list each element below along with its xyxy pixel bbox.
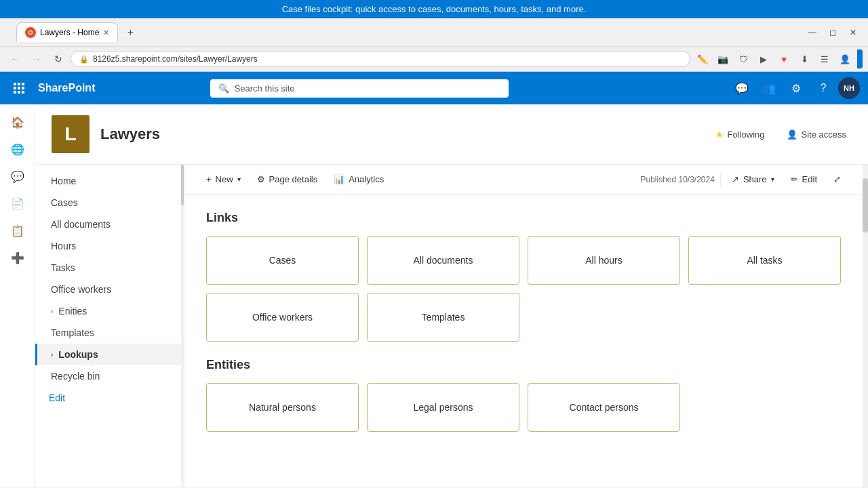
entity-card-contact-persons[interactable]: Contact persons [528,383,680,432]
document-rail-button[interactable]: 📄 [5,191,30,216]
nav-item-home[interactable]: Home [35,170,184,192]
browser-chrome: O Lawyers - Home ✕ + — ◻ ✕ ← → ↻ 🔒 8126z… [0,18,868,72]
nav-label-home: Home [51,176,76,186]
site-name: Lawyers [100,125,160,143]
header-actions: 💬 👥 ⚙ ? NH [730,76,860,100]
browser-tab[interactable]: O Lawyers - Home ✕ [16,22,118,42]
browser-titlebar: O Lawyers - Home ✕ + — ◻ ✕ [0,18,868,46]
svg-rect-0 [14,83,16,85]
entity-card-natural-persons[interactable]: Natural persons [206,383,359,432]
page-details-button[interactable]: ⚙ Page details [252,170,323,188]
nav-item-office-workers[interactable]: Office workers [35,279,184,300]
page-content: + New ▾ ⚙ Page details 📊 Analytics Publi… [184,165,863,487]
shield-icon[interactable]: 🛡 [734,49,753,68]
link-card-office-workers[interactable]: Office workers [206,293,359,342]
back-button[interactable]: ← [5,49,24,68]
new-button[interactable]: + New ▾ [201,170,246,188]
analytics-icon: 📊 [334,174,344,184]
search-placeholder: Search this site [235,83,295,94]
person-icon: 👤 [787,129,797,140]
chat-rail-button[interactable]: 💬 [5,164,30,188]
tab-title: Lawyers - Home [40,28,99,37]
entities-section: Entities Natural persons Legal persons C… [206,358,841,432]
nav-item-all-documents[interactable]: All documents [35,214,184,235]
screenshot-icon[interactable]: 📷 [713,49,732,68]
search-bar[interactable]: 🔍 Search this site [210,79,509,98]
link-card-all-documents[interactable]: All documents [367,236,519,285]
left-rail: 🏠 🌐 💬 📄 📋 ➕ [0,104,35,487]
address-bar[interactable]: 🔒 8126z5.sharepoint.com/sites/Lawyer/Law… [71,51,690,67]
entities-section-title: Entities [206,358,841,372]
share-header-button[interactable]: 👥 [757,76,781,100]
plus-icon: + [206,174,212,184]
link-label-all-documents: All documents [414,255,473,266]
edit-page-icon[interactable]: ✏️ [693,49,712,68]
right-scrollbar-thumb [863,178,868,232]
announcement-bar: Case files cockpit: quick access to case… [0,0,868,18]
waffle-icon[interactable] [8,77,30,99]
links-grid-row2: Office workers Templates [206,293,841,342]
following-button[interactable]: ★ Following [710,125,770,144]
download-icon[interactable]: ⬇ [795,49,814,68]
heart-icon[interactable]: ♥ [774,49,793,68]
share-icon: ↗ [732,174,739,184]
link-card-templates[interactable]: Templates [367,293,519,342]
nav-item-templates[interactable]: Templates [35,322,184,344]
share-button[interactable]: ↗ Share ▾ [726,170,780,188]
search-icon: 🔍 [218,83,229,94]
content-area: Home Cases All documents Hours Tasks Off… [35,165,868,487]
link-label-all-tasks: All tasks [747,255,782,266]
expand-button[interactable]: ⤢ [828,170,846,188]
nav-label-all-documents: All documents [51,219,111,230]
page-toolbar: + New ▾ ⚙ Page details 📊 Analytics Publi… [184,165,863,195]
chat-button[interactable]: 💬 [730,76,754,100]
analytics-button[interactable]: 📊 Analytics [328,170,389,188]
tab-close-icon[interactable]: ✕ [103,28,109,37]
edit-button[interactable]: ✏ Edit [785,170,823,188]
play-icon[interactable]: ▶ [754,49,773,68]
maximize-button[interactable]: ◻ [823,23,842,42]
settings-button[interactable]: ⚙ [784,76,808,100]
forward-button[interactable]: → [27,49,46,68]
expand-icon: ⤢ [833,174,841,184]
sidebar-nav: Home Cases All documents Hours Tasks Off… [35,165,184,487]
sharepoint-header: SharePoint 🔍 Search this site 💬 👥 ⚙ ? NH [0,72,868,104]
nav-item-edit[interactable]: Edit [35,387,184,409]
user-avatar[interactable]: NH [838,77,860,99]
nav-label-enities: Enities [58,306,87,317]
globe-rail-button[interactable]: 🌐 [5,137,30,161]
nav-item-tasks[interactable]: Tasks [35,257,184,279]
right-scrollbar[interactable] [863,165,868,487]
help-button[interactable]: ? [811,76,835,100]
new-tab-button[interactable]: + [121,23,140,42]
link-card-cases[interactable]: Cases [206,236,359,285]
published-info: Published 10/3/2024 [640,175,714,184]
browser-tab-bar: O Lawyers - Home ✕ + [11,22,145,42]
svg-rect-6 [14,91,16,94]
nav-item-lookups[interactable]: › Lookups [35,344,184,365]
new-chevron-icon: ▾ [237,176,241,183]
menu-icon[interactable]: ☰ [815,49,834,68]
share-chevron-icon: ▾ [771,176,774,183]
sharepoint-logo: SharePoint [38,82,95,94]
reload-button[interactable]: ↻ [49,49,68,68]
nav-item-recycle-bin[interactable]: Recycle bin [35,365,184,387]
svg-rect-3 [14,87,16,89]
close-button[interactable]: ✕ [844,23,863,42]
link-card-all-hours[interactable]: All hours [528,236,680,285]
profile-icon[interactable]: 👤 [835,49,854,68]
add-rail-button[interactable]: ➕ [5,245,30,270]
site-actions: ★ Following 👤 Site access [710,125,852,144]
links-grid-row1: Cases All documents All hours All tasks [206,236,841,285]
nav-item-enities[interactable]: › Enities [35,300,184,322]
sidebar-scrollbar[interactable] [181,165,184,487]
site-access-button[interactable]: 👤 Site access [781,125,852,144]
link-card-all-tasks[interactable]: All tasks [688,236,841,285]
nav-item-hours[interactable]: Hours [35,235,184,257]
minimize-button[interactable]: — [803,23,822,42]
list-rail-button[interactable]: 📋 [5,218,30,243]
home-rail-button[interactable]: 🏠 [5,110,30,134]
entity-label-contact-persons: Contact persons [570,402,639,413]
entity-card-legal-persons[interactable]: Legal persons [367,383,519,432]
nav-item-cases[interactable]: Cases [35,192,184,214]
